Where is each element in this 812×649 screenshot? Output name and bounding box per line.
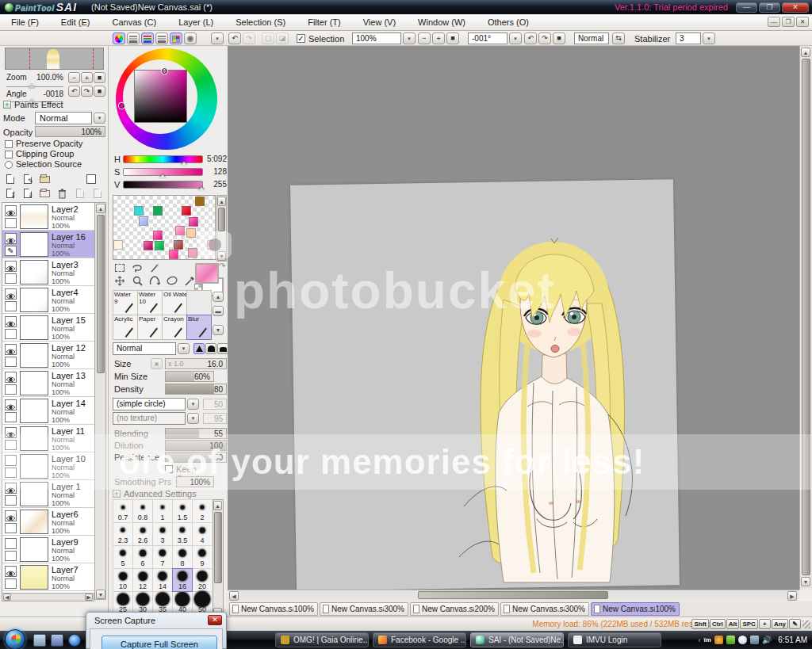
sv-marker[interactable] [162,68,167,74]
layer-paint-mode-box[interactable]: ✎ [5,357,17,367]
size-unit-button[interactable]: ▣ [151,358,163,369]
menu-item[interactable]: Layer (L) [167,15,224,29]
brush-texture-dropdown[interactable]: (no texture) [113,412,186,425]
layer-visibility-toggle[interactable] [5,316,17,327]
modifier-key-button[interactable]: Alt [726,619,740,629]
scroll-right-arrow[interactable]: ▶ [85,594,93,601]
scroll-down-arrow[interactable]: ▼ [96,590,105,599]
deselect-button[interactable]: ▢ [262,32,274,44]
color-swatch[interactable] [169,250,178,259]
layer-list-hscrollbar[interactable]: ◀ ▶ [2,593,94,601]
menu-item[interactable]: Edit (E) [50,15,102,29]
layer-row[interactable]: ✎ Layer3 Normal 100% [2,258,95,286]
brush-shape-arrow[interactable]: ▼ [187,399,199,410]
layer-visibility-toggle[interactable] [5,483,17,494]
layer-row[interactable]: ✎ Layer 10 Normal 100% [2,452,95,480]
navigator-preview[interactable] [5,48,104,70]
layer-visibility-toggle[interactable] [5,261,17,272]
angle-dropdown-button[interactable]: ▼ [509,32,522,44]
swatches-scroll-thumb[interactable] [218,208,225,231]
menu-item[interactable]: View (V) [352,15,407,29]
capture-full-screen-button[interactable]: Capture Full Screen [102,636,217,649]
layer-mode-dropdown[interactable]: Normal [35,112,92,124]
layer-row[interactable]: ✎ Layer 12 Normal 100% [2,342,95,369]
layer-paint-mode-box[interactable]: ✎ [5,523,17,533]
modifier-key-button[interactable]: + [759,619,771,629]
maximize-button[interactable]: ❐ [759,2,780,13]
stabilizer-value-box[interactable]: 3 [676,32,701,44]
brush-size-cell[interactable]: 2 [192,499,212,523]
layer-visibility-toggle[interactable] [5,344,17,355]
rect-select-tool[interactable] [113,262,127,274]
hue-slider[interactable] [123,155,203,163]
canvas-viewport[interactable] [228,46,799,590]
color-wheel-panel-button[interactable] [113,32,125,44]
layer-row[interactable]: ✎ Layer7 Normal 100% [2,563,95,591]
min-size-slider[interactable]: 60% [165,371,214,382]
size-grid-scroll-thumb[interactable] [214,512,222,583]
brush-size-cell[interactable]: 1.5 [172,499,193,523]
color-swatch[interactable] [113,240,123,250]
brush-size-cell[interactable]: 4 [192,522,212,546]
scroll-up-arrow[interactable]: ▲ [801,48,810,57]
brush-slot[interactable]: Paper [137,315,163,340]
new-layer-set-button[interactable] [38,173,52,185]
layer-paint-mode-box[interactable]: ✎ [5,218,17,228]
color-swatch[interactable] [182,206,191,216]
toolbar-dropdown-button[interactable]: ▼ [211,32,224,44]
nav-zoom-in-button[interactable]: ＋ [81,72,93,83]
menu-item[interactable]: Canvas (C) [102,15,168,29]
layer-row[interactable]: ✎ Layer 11 Normal 100% [2,425,95,452]
canvas-vscroll-thumb[interactable] [802,59,810,575]
scroll-up-arrow[interactable]: ▲ [217,197,226,206]
layer-mode-dropdown-arrow[interactable]: ▼ [94,113,105,124]
scroll-left-arrow[interactable]: ◀ [229,591,239,601]
foreground-color-swatch[interactable] [195,263,219,284]
color-swatch[interactable] [153,206,163,216]
layer-visibility-toggle[interactable] [5,233,17,244]
brush-slot[interactable]: Blur [186,315,212,340]
modifier-key-button[interactable]: ✎ [789,619,801,629]
new-linework-layer-button[interactable]: ✎ [21,173,34,185]
tray-messenger-icon[interactable] [738,636,747,644]
brush-grid-mid-button[interactable]: ▬ [213,306,224,316]
layer-visibility-toggle[interactable] [5,538,17,549]
nav-rotate-cw-button[interactable]: ↷ [81,86,93,97]
brush-size-cell[interactable]: 14 [152,568,173,592]
color-swatch[interactable] [186,228,196,238]
show-desktop-button[interactable] [33,634,46,647]
layer-paint-mode-box[interactable]: ✎ [5,384,17,395]
dilution-slider[interactable]: 100 [165,440,227,451]
taskbar-task-button[interactable]: Facebook - Google ... [373,632,466,647]
brush-slot[interactable]: Acrylic [113,315,138,340]
persistence-slider[interactable]: 80 [165,452,227,463]
layer-visibility-toggle[interactable] [5,288,17,300]
invert-selection-button[interactable]: ◪ [276,32,289,44]
nav-zoom-reset-button[interactable]: ■ [94,72,105,83]
nav-zoom-out-button[interactable]: − [68,72,80,83]
swatches-panel-button[interactable] [170,32,182,44]
brush-size-cell[interactable]: 2.3 [113,522,133,546]
brush-size-cell[interactable]: 0.8 [132,499,153,523]
layer-paint-mode-box[interactable]: ✎ [5,440,17,450]
layer-row[interactable]: ✎ Layer 15 Normal 100% [2,314,95,342]
nav-zoom-slider-knob[interactable] [29,84,35,88]
canvas-hscrollbar[interactable]: ◀ ▶ [228,590,799,601]
document-tab[interactable]: New Canvas.sai 300% [500,602,589,616]
swap-fg-bg-icon[interactable]: ↷ [219,262,225,270]
scroll-down-arrow[interactable]: ▼ [217,251,226,261]
brush-slot[interactable]: Water 10 [137,290,163,315]
stabilizer-dropdown-button[interactable]: ▼ [703,32,715,44]
paint-mode-box[interactable]: Normal [574,32,609,44]
nav-rotate-ccw-button[interactable]: ↶ [68,86,80,97]
network-icon[interactable] [750,636,759,644]
selection-source-radio[interactable] [5,161,13,169]
brush-size-cell[interactable]: 7 [152,545,173,569]
zoom-reset-button[interactable]: ■ [446,32,459,44]
layer-row[interactable]: ✎ Layer 1 Normal 100% [2,480,95,508]
document-tab[interactable]: New Canvas.sai 100% [229,602,318,616]
brush-slot[interactable]: Crayon [162,315,187,340]
color-swatch[interactable] [155,241,164,250]
angle-value-box[interactable]: -001° [468,32,508,44]
brush-blend-mode-dropdown[interactable]: Normal [113,342,176,355]
